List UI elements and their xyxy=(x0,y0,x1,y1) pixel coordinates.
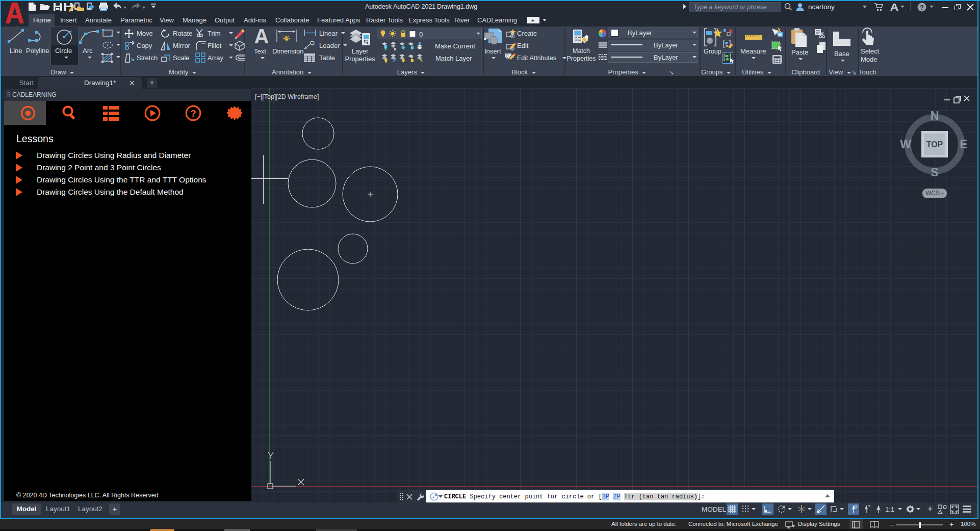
svg-text:N: N xyxy=(931,109,939,122)
svg-text:TOP: TOP xyxy=(926,140,943,149)
svg-text:?: ? xyxy=(190,108,196,119)
svg-text:E: E xyxy=(960,138,967,151)
svg-text:[−][Top][2D Wireframe]: [−][Top][2D Wireframe] xyxy=(255,93,319,100)
svg-text:W: W xyxy=(900,138,911,151)
svg-text:?: ? xyxy=(920,4,924,11)
svg-text:WCS: WCS xyxy=(925,190,940,197)
svg-text:S: S xyxy=(931,166,938,179)
